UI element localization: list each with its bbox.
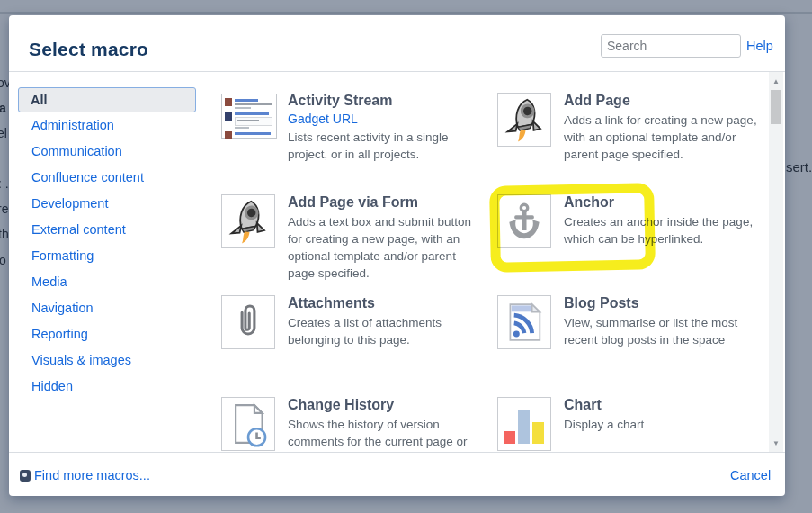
scroll-up-icon[interactable]: ▲ (769, 74, 783, 88)
background-text-fragment: el (0, 126, 7, 140)
macro-item-blog-posts[interactable]: Blog Posts View, summarise or list the m… (497, 295, 767, 390)
macro-description: Adds a text box and submit button for cr… (288, 213, 478, 282)
macro-item-change-history[interactable]: Change History Shows the history of vers… (221, 397, 491, 452)
macro-item-anchor[interactable]: Anchor Creates an anchor inside the page… (497, 194, 767, 289)
macro-description: Creates a list of attachments belonging … (288, 314, 478, 348)
macro-alias: Gadget URL (288, 112, 478, 126)
macro-title: Activity Stream (288, 93, 478, 109)
sidebar-item-reporting[interactable]: Reporting (18, 321, 196, 347)
activity-stream-icon (221, 94, 277, 138)
paperclip-icon (221, 295, 275, 349)
sidebar-item-development[interactable]: Development (18, 191, 196, 217)
sidebar-item-all[interactable]: All (18, 87, 196, 112)
help-link[interactable]: Help (746, 39, 773, 53)
macro-title: Change History (288, 397, 478, 413)
sidebar-item-external-content[interactable]: External content (18, 217, 196, 243)
macro-item-chart[interactable]: Chart Display a chart (497, 397, 767, 452)
sidebar-item-confluence-content[interactable]: Confluence content (18, 165, 196, 191)
find-more-macros-label: Find more macros... (34, 468, 150, 482)
macro-description: View, summarise or list the most recent … (564, 314, 769, 348)
macro-description: Display a chart (564, 416, 769, 433)
select-macro-dialog: Select macro Help All Administration Com… (9, 15, 785, 496)
macro-list-scrollbar[interactable]: ▲ ▼ (769, 72, 783, 452)
sidebar-item-visuals-images[interactable]: Visuals & images (18, 347, 196, 374)
macro-list: Activity Stream Gadget URL Lists recent … (201, 72, 769, 452)
background-page-divider (0, 12, 812, 14)
background-text-fragment: sert. (786, 159, 812, 175)
macro-title: Add Page via Form (288, 194, 478, 211)
background-text-fragment: o (0, 253, 6, 267)
scroll-down-icon[interactable]: ▼ (769, 436, 783, 450)
sidebar-item-formatting[interactable]: Formatting (18, 243, 196, 269)
sidebar-item-navigation[interactable]: Navigation (18, 295, 196, 321)
macro-description: Shows the history of version comments fo… (288, 416, 478, 450)
sidebar-item-hidden[interactable]: Hidden (18, 374, 196, 400)
footer-divider (9, 452, 785, 453)
macro-description: Adds a link for creating a new page, wit… (564, 112, 769, 163)
macro-item-activity-stream[interactable]: Activity Stream Gadget URL Lists recent … (221, 93, 491, 187)
sidebar-item-communication[interactable]: Communication (18, 139, 196, 165)
category-sidebar: All Administration Communication Conflue… (18, 87, 196, 400)
blog-posts-icon (497, 295, 551, 349)
macro-description: Lists recent activity in a single projec… (288, 129, 478, 163)
macro-title: Add Page (564, 93, 769, 109)
search-input[interactable] (601, 34, 741, 58)
macro-description: Creates an anchor inside the page, which… (564, 213, 769, 248)
chart-icon (497, 397, 551, 451)
sidebar-item-media[interactable]: Media (18, 269, 196, 295)
macro-item-add-page-via-form[interactable]: Add Page via Form Adds a text box and su… (221, 194, 491, 289)
macro-title: Anchor (564, 194, 769, 211)
background-text-fragment: re (0, 202, 8, 216)
change-history-icon (221, 397, 275, 451)
rocket-icon (497, 93, 551, 147)
marketplace-icon (20, 470, 31, 482)
sidebar-item-administration[interactable]: Administration (18, 112, 196, 139)
macro-item-add-page[interactable]: Add Page Adds a link for creating a new … (497, 93, 767, 187)
find-more-macros-link[interactable]: Find more macros... (20, 468, 150, 482)
background-text-fragment: th (0, 227, 9, 241)
dialog-title: Select macro (29, 39, 148, 60)
macro-title: Attachments (288, 295, 478, 311)
background-text-fragment: : . (0, 176, 9, 191)
background-text-fragment: a (0, 101, 6, 115)
anchor-icon (497, 194, 551, 248)
macro-title: Chart (564, 397, 769, 413)
cancel-button[interactable]: Cancel (730, 468, 771, 482)
rocket-icon (221, 194, 275, 248)
scrollbar-thumb[interactable] (771, 90, 781, 124)
macro-title: Blog Posts (564, 295, 769, 311)
macro-item-attachments[interactable]: Attachments Creates a list of attachment… (221, 295, 491, 390)
